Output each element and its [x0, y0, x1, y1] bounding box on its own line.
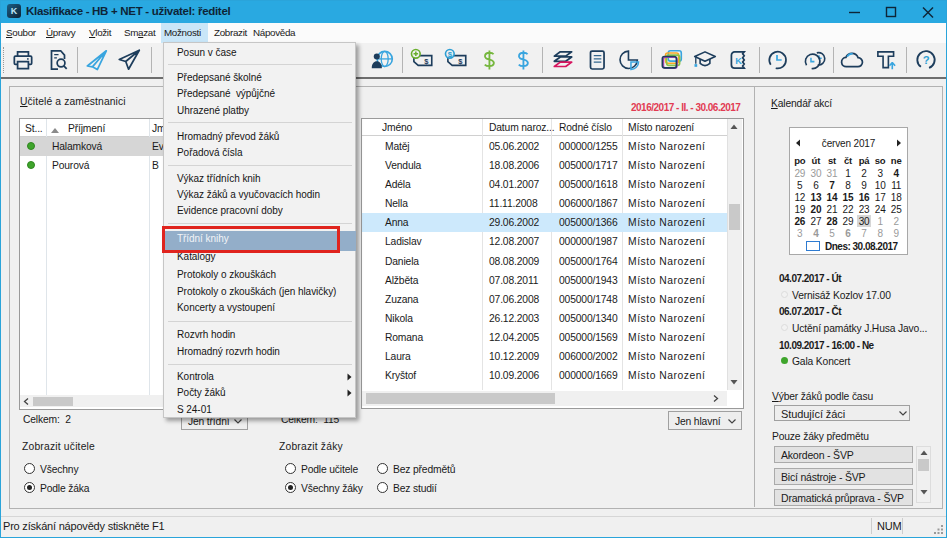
svg-text:$: $	[458, 57, 463, 66]
svg-text:$: $	[448, 50, 453, 59]
svg-text:K: K	[735, 56, 742, 66]
svg-text:$: $	[424, 57, 429, 66]
svg-text:?: ?	[923, 54, 930, 66]
